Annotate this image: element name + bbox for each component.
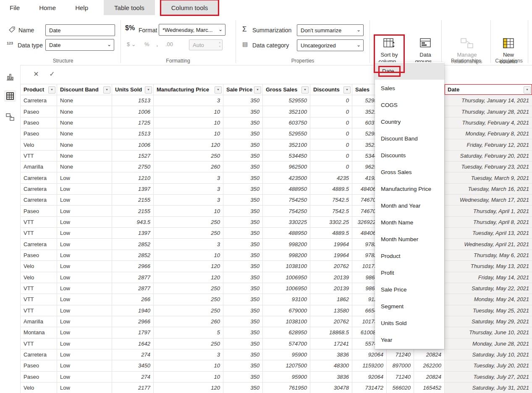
table-cell[interactable]: Carretera — [21, 349, 57, 360]
table-cell[interactable]: VTT — [21, 228, 57, 239]
table-cell[interactable]: 350 — [223, 382, 263, 393]
table-cell[interactable]: Thursday, February 4, 2021 — [445, 117, 532, 128]
table-cell[interactable]: Low — [57, 305, 112, 316]
table-cell[interactable]: Amarilla — [21, 316, 57, 327]
table-cell[interactable]: 30478 — [310, 382, 352, 393]
table-cell[interactable]: 10 — [154, 360, 223, 371]
table-cell[interactable]: 529550 — [263, 128, 310, 139]
table-cell[interactable]: 534450 — [263, 150, 310, 161]
table-cell[interactable]: Low — [57, 316, 112, 327]
column-header[interactable]: Manufacturing Price▼ — [154, 84, 223, 95]
table-row[interactable]: VeloNone10061203503521000352100Friday, F… — [21, 139, 532, 150]
table-row[interactable]: CarreteraLow215533507542507542.5746707.5… — [21, 195, 532, 206]
table-cell[interactable]: Carretera — [21, 239, 57, 250]
table-cell[interactable]: 350 — [223, 250, 263, 260]
cancel-edit-button[interactable]: ✕ — [30, 68, 42, 80]
table-cell[interactable]: Velo — [21, 272, 57, 283]
spinner-arrows-icon[interactable]: ▴▾ — [219, 40, 220, 49]
table-cell[interactable]: 93100 — [263, 294, 310, 305]
table-cell[interactable]: Paseo — [21, 206, 57, 216]
table-cell[interactable]: 943.5 — [112, 216, 154, 227]
table-cell[interactable]: 95900 — [263, 349, 310, 360]
table-cell[interactable]: Saturday, July 10, 2021 — [445, 349, 532, 360]
table-cell[interactable]: 250 — [154, 305, 223, 316]
table-cell[interactable]: 4235 — [310, 172, 352, 183]
table-cell[interactable]: 2966 — [112, 316, 154, 327]
column-filter-caret-icon[interactable]: ▼ — [301, 86, 309, 94]
column-filter-caret-icon[interactable]: ▼ — [145, 86, 152, 94]
table-cell[interactable]: 1210 — [112, 172, 154, 183]
table-cell[interactable]: Low — [57, 294, 112, 305]
table-cell[interactable]: 2750 — [112, 161, 154, 172]
column-header[interactable]: Discount Band▼ — [57, 84, 112, 95]
table-cell[interactable]: 350 — [223, 360, 263, 371]
table-cell[interactable]: 3 — [154, 195, 223, 206]
table-cell[interactable]: VTT — [21, 305, 57, 316]
table-cell[interactable]: 350 — [223, 294, 263, 305]
table-cell[interactable]: 19964 — [310, 239, 352, 250]
sort-menu-item[interactable]: Date — [375, 63, 444, 80]
table-row[interactable]: AmarillaLow29662603501038100207621017338… — [21, 316, 532, 327]
table-cell[interactable]: 20139 — [310, 283, 352, 294]
table-cell[interactable]: 1006 — [112, 106, 154, 117]
table-cell[interactable]: 10 — [154, 117, 223, 128]
table-cell[interactable]: 962500 — [263, 161, 310, 172]
table-cell[interactable]: 1797 — [112, 327, 154, 338]
data-type-select[interactable]: Date ⌄ — [45, 39, 114, 51]
table-cell[interactable]: None — [57, 117, 112, 128]
table-cell[interactable]: Tuesday, April 13, 2021 — [445, 228, 532, 239]
table-cell[interactable]: 1862 — [310, 294, 352, 305]
table-row[interactable]: CarreteraLow2852335099820019964978236Wed… — [21, 239, 532, 250]
table-cell[interactable]: Wednesday, March 17, 2021 — [445, 195, 532, 206]
table-cell[interactable]: 0 — [310, 128, 352, 139]
table-cell[interactable]: Low — [57, 195, 112, 206]
table-cell[interactable]: 120 — [154, 139, 223, 150]
table-cell[interactable]: 350 — [223, 117, 263, 128]
data-category-select[interactable]: Uncategorized ⌄ — [297, 39, 364, 51]
table-cell[interactable]: 274 — [112, 371, 154, 382]
table-cell[interactable]: 92064 — [352, 371, 387, 382]
table-cell[interactable]: 3836 — [310, 371, 352, 382]
table-cell[interactable]: 10 — [154, 250, 223, 260]
sort-menu-item[interactable]: Units Sold — [375, 315, 444, 331]
column-filter-caret-icon[interactable]: ▼ — [215, 86, 222, 94]
table-cell[interactable]: Friday, February 12, 2021 — [445, 139, 532, 150]
table-cell[interactable]: 0 — [310, 139, 352, 150]
table-cell[interactable]: 20762 — [310, 316, 352, 327]
table-cell[interactable]: 7542.5 — [310, 195, 352, 206]
column-header[interactable]: Units Sold▼ — [112, 84, 154, 95]
table-cell[interactable]: Velo — [21, 382, 57, 393]
table-cell[interactable]: Monday, February 8, 2021 — [445, 128, 532, 139]
table-cell[interactable]: 10 — [154, 371, 223, 382]
table-cell[interactable]: 566020 — [387, 382, 414, 393]
table-cell[interactable]: 0 — [310, 161, 352, 172]
table-cell[interactable]: Low — [57, 382, 112, 393]
table-cell[interactable]: 20824 — [414, 349, 445, 360]
table-cell[interactable]: 350 — [223, 183, 263, 194]
table-cell[interactable]: Low — [57, 206, 112, 216]
table-cell[interactable]: VTT — [21, 216, 57, 227]
table-cell[interactable]: 1207500 — [263, 360, 310, 371]
table-row[interactable]: PaseoNone1006103503521000352100Thursday,… — [21, 106, 532, 117]
table-cell[interactable]: Tuesday, July 20, 2021 — [445, 360, 532, 371]
sort-menu-item[interactable]: Discounts — [375, 147, 444, 164]
table-cell[interactable]: 120 — [154, 382, 223, 393]
table-cell[interactable]: Thursday, June 10, 2021 — [445, 327, 532, 338]
table-cell[interactable]: 1038100 — [263, 316, 310, 327]
table-cell[interactable]: 2155 — [112, 195, 154, 206]
table-cell[interactable]: 1397 — [112, 228, 154, 239]
table-cell[interactable]: Velo — [21, 261, 57, 272]
tab-column-tools[interactable]: Column tools — [161, 0, 219, 15]
table-cell[interactable]: 2877 — [112, 272, 154, 283]
table-cell[interactable]: Amarilla — [21, 161, 57, 172]
table-cell[interactable]: 0 — [310, 106, 352, 117]
sort-menu-item[interactable]: Profit — [375, 264, 444, 281]
table-cell[interactable]: 4889.5 — [310, 183, 352, 194]
table-cell[interactable]: 120 — [154, 272, 223, 283]
sort-menu-item[interactable]: Country — [375, 113, 444, 130]
table-cell[interactable]: 250 — [154, 338, 223, 349]
table-cell[interactable]: Paseo — [21, 128, 57, 139]
tab-help[interactable]: Help — [66, 0, 98, 15]
table-cell[interactable]: 3 — [154, 172, 223, 183]
table-cell[interactable]: Low — [57, 228, 112, 239]
